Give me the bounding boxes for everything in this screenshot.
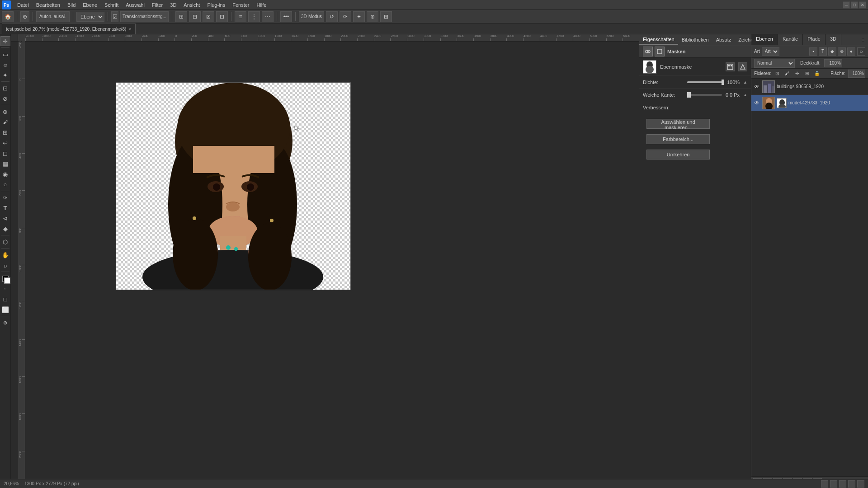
close-button[interactable]: ✕ <box>859 1 866 9</box>
menu-hilfe[interactable]: Hilfe <box>253 1 270 9</box>
status-icon-5[interactable] <box>857 480 864 488</box>
filter-toggle-btn[interactable]: ○ <box>857 47 865 56</box>
move-tool[interactable]: ✛ <box>0 36 10 46</box>
layer-item-model[interactable]: 👁 <box>751 95 868 111</box>
status-icon-2[interactable] <box>830 480 837 488</box>
tab-ebenen[interactable]: Ebenen <box>751 34 778 45</box>
lock-image-btn[interactable]: 🖌 <box>783 70 791 78</box>
tab-absatz[interactable]: Absatz <box>712 35 735 44</box>
align-right-btn[interactable]: ⊠ <box>203 11 214 22</box>
umkehren-btn[interactable]: Umkehren <box>646 150 710 160</box>
switch-colors[interactable]: ↔ <box>0 284 10 294</box>
mask-mode[interactable]: □ <box>0 294 10 304</box>
3d-tool[interactable]: ⬡ <box>0 237 10 247</box>
magic-wand-tool[interactable]: ✦ <box>0 70 10 80</box>
tab-eigenschaften[interactable]: Eigenschaften <box>639 35 678 45</box>
tab-bibliotheken[interactable]: Bibliotheken <box>678 35 712 44</box>
lasso-tool[interactable]: ⌾ <box>0 60 10 70</box>
distrib-h-btn[interactable]: ≡ <box>235 11 246 22</box>
blur-tool[interactable]: ◉ <box>0 169 10 179</box>
filter-pixel-btn[interactable]: ▪ <box>809 47 817 56</box>
mask-link-btn[interactable] <box>643 47 653 56</box>
type-tool[interactable]: T <box>0 203 10 213</box>
foreground-color[interactable] <box>0 273 10 283</box>
menu-schrift[interactable]: Schrift <box>101 1 122 9</box>
menu-ebene[interactable]: Ebene <box>79 1 101 9</box>
layer-item-buildings[interactable]: 👁 buildings-936589_1920 <box>751 79 868 95</box>
menu-bearbeiten[interactable]: Bearbeiten <box>33 1 64 9</box>
document-tab[interactable]: test.psdc bei 20,7% (model-429733_1920, … <box>2 23 136 34</box>
lock-artboard-btn[interactable]: ⊞ <box>803 70 811 78</box>
tab-3d[interactable]: 3D <box>826 34 841 45</box>
filter-type-btn[interactable]: T <box>819 47 827 56</box>
auton-button[interactable]: Auton. auswi. <box>36 11 70 22</box>
gradient-tool[interactable]: ▦ <box>0 159 10 169</box>
tab-kanale[interactable]: Kanäle <box>778 34 803 45</box>
align-left-btn[interactable]: ⊞ <box>175 11 187 22</box>
panel-menu-btn[interactable]: ≡ <box>858 34 868 45</box>
filter-smart-btn[interactable]: ⊕ <box>838 47 846 56</box>
distrib-v-btn[interactable]: ⋮ <box>248 11 260 22</box>
menu-plugins[interactable]: Plug-ins <box>203 1 229 9</box>
lock-transparent-btn[interactable]: ⊡ <box>773 70 781 78</box>
lock-all-btn[interactable]: 🔒 <box>813 70 821 78</box>
opacity-input[interactable] <box>824 59 842 67</box>
minimize-button[interactable]: ─ <box>843 1 850 9</box>
drag-3d-btn[interactable]: ✦ <box>353 11 365 22</box>
menu-bild[interactable]: Bild <box>64 1 79 9</box>
auswahlen-maskieren-btn[interactable]: Auswählen und maskieren... <box>646 119 710 129</box>
tab-pfade[interactable]: Pfade <box>803 34 826 45</box>
shape-tool[interactable]: ◆ <box>0 224 10 234</box>
brush-tool[interactable]: 🖌 <box>0 117 10 127</box>
blend-mode-select[interactable]: Normal <box>754 59 795 68</box>
farbbereich-btn[interactable]: Farbbereich... <box>646 134 710 144</box>
rotate-3d-btn[interactable]: ↺ <box>326 11 338 22</box>
slide-3d-btn[interactable]: ⊕ <box>367 11 378 22</box>
layer-visibility-model[interactable]: 👁 <box>753 99 760 107</box>
status-icon-1[interactable] <box>821 480 828 488</box>
tab-close-button[interactable]: × <box>129 27 131 31</box>
weiche-kante-slider[interactable] <box>687 94 722 96</box>
screen-mode[interactable]: ⬜ <box>0 305 10 314</box>
hand-tool[interactable]: ✋ <box>0 250 10 260</box>
path-select-tool[interactable]: ⊲ <box>0 213 10 223</box>
menu-fenster[interactable]: Fenster <box>229 1 253 9</box>
eraser-tool[interactable]: ◻ <box>0 148 10 158</box>
maximize-button[interactable]: □ <box>851 1 858 9</box>
menu-auswahl[interactable]: Auswahl <box>122 1 148 9</box>
menu-3d[interactable]: 3D <box>166 1 180 9</box>
brush-options-button[interactable]: ⊕ <box>20 11 29 22</box>
clone-tool[interactable]: ⊞ <box>0 127 10 137</box>
align-center-btn[interactable]: ⊟ <box>189 11 201 22</box>
zoom-tool[interactable]: ⌕ <box>0 260 10 270</box>
heal-tool[interactable]: ⊕ <box>0 107 10 117</box>
canvas-scroll[interactable] <box>25 42 639 488</box>
roll-3d-btn[interactable]: ⟳ <box>340 11 351 22</box>
menu-filter[interactable]: Filter <box>148 1 166 9</box>
layer-type-select[interactable]: Art <box>762 47 779 56</box>
more-options-btn[interactable]: ••• <box>280 11 292 22</box>
history-brush-tool[interactable]: ↩ <box>0 138 10 148</box>
pen-tool[interactable]: ✑ <box>0 192 10 202</box>
dichte-slider[interactable] <box>687 81 723 83</box>
transform-strg-btn[interactable]: Transformationsstrg... <box>120 11 169 22</box>
align-top-btn[interactable]: ⊡ <box>216 11 228 22</box>
check-transform-button[interactable]: ☑ <box>111 11 118 22</box>
fill-input[interactable] <box>848 70 865 78</box>
extra-tool[interactable]: ⊛ <box>0 318 10 328</box>
lock-position-btn[interactable]: ✛ <box>793 70 801 78</box>
home-button[interactable]: 🏠 <box>2 11 14 22</box>
mask-layer-btn[interactable] <box>655 47 665 56</box>
layer-visibility-buildings[interactable]: 👁 <box>753 83 760 90</box>
filter-shape-btn[interactable]: ◆ <box>828 47 836 56</box>
eyedropper-tool[interactable]: ⊘ <box>0 94 10 103</box>
3d-mode-btn[interactable]: 3D-Modus <box>299 11 324 22</box>
status-icon-3[interactable] <box>839 480 846 488</box>
dodge-tool[interactable]: ○ <box>0 179 10 189</box>
marquee-tool[interactable]: ▭ <box>0 49 10 59</box>
menu-ansicht[interactable]: Ansicht <box>180 1 203 9</box>
status-icon-4[interactable] <box>848 480 855 488</box>
filter-color-btn[interactable]: ● <box>847 47 855 56</box>
mask-pixel-btn[interactable] <box>726 62 735 71</box>
mask-vector-btn[interactable] <box>738 62 747 71</box>
